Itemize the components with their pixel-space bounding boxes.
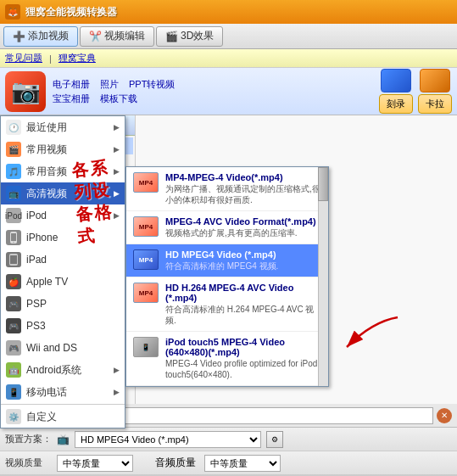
preset-icon: 📺 <box>57 434 70 445</box>
submenu-scroll[interactable]: MP4 MP4-MPEG-4 Video(*.mp4) 为网络广播、视频通讯定制… <box>126 167 328 386</box>
banner-link-baby[interactable]: 宝宝相册 <box>53 92 90 105</box>
banner-icon: 📷 <box>5 71 46 112</box>
menu-item-appletv[interactable]: 🍎 Apple TV <box>1 271 125 293</box>
banner-right: 刻录 卡拉 <box>379 69 452 114</box>
nav-baobao[interactable]: 狸窝宝典 <box>59 52 96 64</box>
menu-item-label: 移动电话 <box>26 385 67 400</box>
hd-mp4-title: HD MPEG4 Video (*.mp4) <box>165 249 278 260</box>
body-layout: 名称 ✓ 史诗普 🕐 最近使用 ▶ 🎬 常用视频 ▶ 🎵 <box>0 115 457 404</box>
kala-button[interactable]: 卡拉 <box>418 94 452 114</box>
dropdown-menu: 🕐 最近使用 ▶ 🎬 常用视频 ▶ 🎵 常用音频 ▶ 📺 高清视频 ▶ iPod <box>0 115 125 428</box>
android-icon: 🤖 <box>6 362 21 378</box>
mpeg4-avc-title: MPEG-4 AVC Video Format(*.mp4) <box>165 216 316 227</box>
mp4-mpeg4-icon: MP4 <box>133 172 159 193</box>
submenu-item-hd-mp4[interactable]: MP4 HD MPEG4 Video (*.mp4) 符合高清标准的 MPEG4… <box>126 244 328 277</box>
ipad-icon <box>6 252 21 267</box>
format-clear-button[interactable]: ✕ <box>437 408 452 423</box>
menu-item-label: iPod <box>26 210 47 221</box>
menu-item-common-audio[interactable]: 🎵 常用音频 ▶ <box>1 160 125 182</box>
ipod-touch5-icon: 📱 <box>133 337 159 357</box>
banner-link-photo[interactable]: 照片 <box>100 78 119 91</box>
effects-3d-icon: 🎬 <box>165 31 178 42</box>
menu-item-label: 高清视频 <box>26 187 67 201</box>
dropdown-container: 🕐 最近使用 ▶ 🎬 常用视频 ▶ 🎵 常用音频 ▶ 📺 高清视频 ▶ iPod <box>0 115 125 428</box>
menu-item-label: 最近使用 <box>26 120 67 135</box>
banner-link-template[interactable]: 模板下载 <box>100 92 137 105</box>
svg-rect-1 <box>11 233 16 241</box>
android-arrow: ▶ <box>114 366 120 374</box>
banner-link-photo-album[interactable]: 电子相册 <box>53 78 90 91</box>
submenu-item-mp4-mpeg4[interactable]: MP4 MP4-MPEG-4 Video(*.mp4) 为网络广播、视频通讯定制… <box>126 167 328 211</box>
menu-item-ipad[interactable]: iPad <box>1 249 125 271</box>
burn-button[interactable]: 刻录 <box>379 94 413 114</box>
preset-settings-button[interactable]: ⚙ <box>266 431 283 448</box>
menu-item-hd-video[interactable]: 📺 高清视频 ▶ <box>1 182 125 204</box>
audio-quality-select[interactable]: 中等质量 <box>204 455 281 472</box>
hd-video-icon: 📺 <box>6 186 21 201</box>
menu-item-label: Android系统 <box>26 363 81 378</box>
svg-rect-4 <box>10 255 17 264</box>
menu-item-label: 常用视频 <box>26 143 67 157</box>
mobile-arrow: ▶ <box>114 388 120 396</box>
menu-separator <box>1 404 125 405</box>
menu-item-android[interactable]: 🤖 Android系统 ▶ <box>1 359 125 381</box>
preset-label: 预置方案： <box>5 433 52 445</box>
submenu: MP4 MP4-MPEG-4 Video(*.mp4) 为网络广播、视频通讯定制… <box>125 166 329 387</box>
app-icon: 🦊 <box>5 4 20 20</box>
menu-item-wiids[interactable]: 🎮 Wii and DS <box>1 337 125 359</box>
menu-item-label: iPad <box>26 254 47 266</box>
mpeg4-avc-icon: MP4 <box>133 216 159 237</box>
submenu-item-mpeg4-avc[interactable]: MP4 MPEG-4 AVC Video Format(*.mp4) 视频格式的… <box>126 211 328 244</box>
menu-item-common-video[interactable]: 🎬 常用视频 ▶ <box>1 138 125 160</box>
kala-icon <box>420 69 450 92</box>
menu-item-psp[interactable]: 🎮 PSP <box>1 293 125 315</box>
burn-icon <box>381 69 411 92</box>
menu-item-label: iPhone <box>26 232 58 244</box>
menu-item-label: 常用音频 <box>26 165 67 179</box>
banner-link-ppt[interactable]: PPT转视频 <box>129 78 175 91</box>
wiids-icon: 🎮 <box>6 340 21 356</box>
mpeg4-avc-desc: 视频格式的扩展,具有更高的压缩率. <box>165 227 316 238</box>
menu-item-mobile[interactable]: 📱 移动电话 ▶ <box>1 381 125 403</box>
recent-icon: 🕐 <box>6 120 21 135</box>
submenu-item-ipod-touch5[interactable]: 📱 iPod touch5 MPEG-4 Video (640×480)(*.m… <box>126 332 328 386</box>
effects-3d-button[interactable]: 🎬 3D效果 <box>156 26 223 47</box>
mobile-icon: 📱 <box>6 384 21 400</box>
psp-icon: 🎮 <box>6 296 21 311</box>
svg-point-2 <box>13 242 14 244</box>
video-quality-select[interactable]: 中等质量 <box>57 455 133 472</box>
menu-item-ipod[interactable]: iPod iPod ▶ <box>1 204 125 227</box>
hd-video-arrow: ▶ <box>114 189 120 198</box>
menu-item-iphone[interactable]: iPhone <box>1 227 125 249</box>
video-quality-label: 视频质量 <box>5 456 52 469</box>
submenu-item-hd-h264[interactable]: MP4 HD H.264 MPEG-4 AVC Video (*.mp4) 符合… <box>126 277 328 332</box>
menu-item-label: PS3 <box>26 320 46 332</box>
nav-bar: 常见问题 | 狸窝宝典 <box>0 49 457 68</box>
menu-item-custom[interactable]: ⚙️ 自定义 <box>1 406 125 428</box>
menu-item-ps3[interactable]: 🎮 PS3 <box>1 315 125 337</box>
mp4-mpeg4-desc: 为网络广播、视频通讯定制的压缩格式,很小的体积却有很好画质. <box>165 183 321 205</box>
menu-item-label: Apple TV <box>26 276 68 288</box>
scrollbar-track[interactable] <box>318 167 328 386</box>
toolbar: ➕ 添加视频 ✂️ 视频编辑 🎬 3D效果 <box>0 24 457 49</box>
preset-select[interactable]: HD MPEG4 Video (*.mp4) <box>75 431 261 448</box>
scrollbar-thumb[interactable] <box>318 167 328 201</box>
add-video-button[interactable]: ➕ 添加视频 <box>3 26 78 47</box>
menu-item-recent[interactable]: 🕐 最近使用 ▶ <box>1 116 125 138</box>
mp4-mpeg4-title: MP4-MPEG-4 Video(*.mp4) <box>165 172 321 182</box>
quality-row: 视频质量 中等质量 音频质量 中等质量 <box>0 451 457 475</box>
hd-h264-desc: 符合高清标准的 H.264 MPEG-4 AVC 视频. <box>165 304 321 326</box>
common-video-icon: 🎬 <box>6 142 21 157</box>
video-edit-button[interactable]: ✂️ 视频编辑 <box>80 26 154 47</box>
menu-item-label: Wii and DS <box>26 342 77 354</box>
menu-item-label: PSP <box>26 298 47 310</box>
banner-area: 📷 电子相册 照片 PPT转视频 宝宝相册 模板下载 刻录 卡拉 <box>0 68 457 115</box>
ipod-icon: iPod <box>6 208 21 223</box>
window-title: 狸窝全能视频转换器 <box>25 5 117 20</box>
video-edit-icon: ✂️ <box>89 31 102 42</box>
hd-h264-title: HD H.264 MPEG-4 AVC Video (*.mp4) <box>165 283 321 303</box>
ipod-touch5-title: iPod touch5 MPEG-4 Video (640×480)(*.mp4… <box>165 337 321 357</box>
nav-faq[interactable]: 常见问题 <box>5 52 42 64</box>
hd-h264-icon: MP4 <box>133 283 159 303</box>
ipod-touch5-desc: MPEG-4 Video profile optimized for iPod … <box>165 358 321 380</box>
